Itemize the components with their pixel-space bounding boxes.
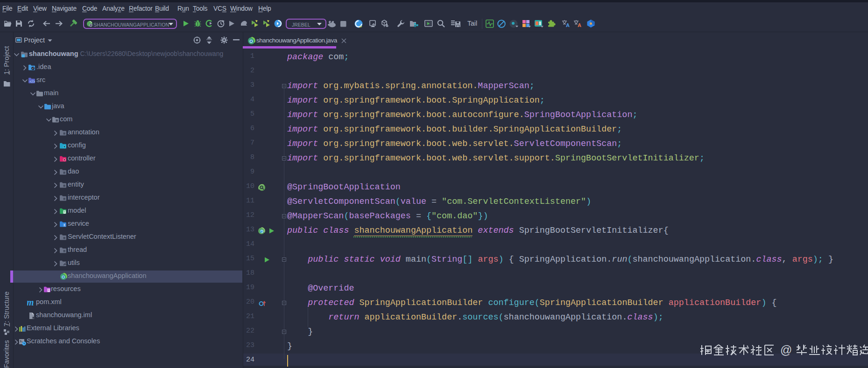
svg-text:Σ: Σ xyxy=(64,223,66,227)
svg-text:m: m xyxy=(27,299,34,306)
svg-text:A: A xyxy=(578,22,581,28)
svg-text:@: @ xyxy=(780,344,792,356)
svg-text:A: A xyxy=(566,22,570,28)
svg-text:</>: </> xyxy=(29,79,35,84)
